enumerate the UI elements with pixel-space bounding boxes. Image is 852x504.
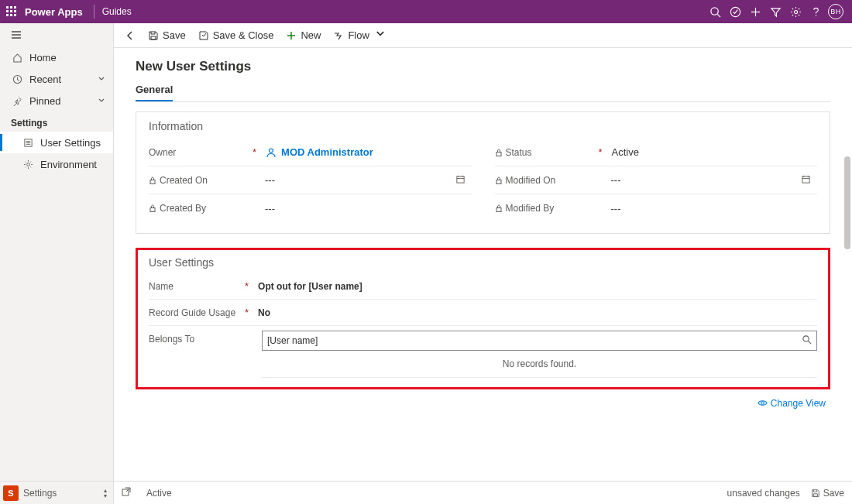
save-label: Save xyxy=(823,488,844,499)
lock-icon xyxy=(149,204,156,212)
search-icon[interactable] xyxy=(705,0,725,23)
area-label[interactable]: Guides xyxy=(102,6,132,17)
belongs-to-lookup[interactable]: [User name] xyxy=(262,331,817,351)
svg-rect-28 xyxy=(150,180,155,183)
scrollbar-thumb[interactable] xyxy=(844,156,850,249)
tab-bar: General xyxy=(136,81,830,102)
settings-gear-icon[interactable] xyxy=(785,0,806,23)
svg-rect-8 xyxy=(14,14,16,16)
svg-rect-2 xyxy=(14,6,16,9)
eye-icon xyxy=(758,398,768,408)
record-status: Active xyxy=(146,488,172,499)
hamburger-icon[interactable] xyxy=(0,23,113,46)
nav-label: Home xyxy=(29,52,57,63)
tab-general[interactable]: General xyxy=(136,81,173,101)
footer-save-button[interactable]: Save xyxy=(811,488,844,499)
sidebar: Home Recent Pinned Settings User Setting… xyxy=(0,23,114,481)
svg-rect-4 xyxy=(10,10,12,12)
field-record-guide-usage[interactable]: Record Guide Usage * No xyxy=(149,300,817,326)
status-bar: S Settings ▴▾ Active unsaved changes Sav… xyxy=(0,481,852,504)
nav-environment[interactable]: Environment xyxy=(0,153,113,175)
required-indicator: * xyxy=(253,146,256,158)
svg-point-24 xyxy=(26,163,29,166)
section-title: Information xyxy=(149,120,817,132)
brand-label: Power Apps xyxy=(25,6,83,18)
user-avatar[interactable]: BH xyxy=(826,0,846,23)
back-button[interactable] xyxy=(119,30,142,41)
nav-user-settings[interactable]: User Settings xyxy=(0,132,113,153)
svg-rect-40 xyxy=(496,208,501,212)
popout-icon[interactable] xyxy=(122,487,131,499)
svg-rect-3 xyxy=(6,10,9,12)
user-settings-section: User Settings Name * Opt out for [User n… xyxy=(136,248,830,389)
field-name[interactable]: Name * Opt out for [User name] xyxy=(149,273,817,300)
chevron-down-icon xyxy=(375,29,386,42)
nav-label: User Settings xyxy=(40,137,101,149)
new-button[interactable]: New xyxy=(280,23,327,47)
svg-rect-7 xyxy=(10,14,12,16)
field-status[interactable]: Status * Active xyxy=(495,139,818,166)
person-icon xyxy=(266,147,277,158)
nav-pinned[interactable]: Pinned xyxy=(0,90,113,111)
gear-icon xyxy=(22,159,34,170)
svg-rect-35 xyxy=(496,180,501,183)
field-created-by[interactable]: Created By --- xyxy=(149,194,472,222)
home-icon xyxy=(11,53,23,63)
field-label: Created By xyxy=(160,203,206,214)
cmd-label: Flow xyxy=(348,29,369,41)
field-label: Created On xyxy=(160,175,208,186)
svg-point-41 xyxy=(803,336,809,341)
field-owner[interactable]: Owner * MOD Administrator xyxy=(149,139,472,166)
flow-button[interactable]: Flow xyxy=(327,23,391,47)
command-bar: Save Save & Close New Flow xyxy=(114,23,852,48)
field-value: Opt out for [User name] xyxy=(258,281,362,292)
svg-rect-36 xyxy=(802,176,809,182)
svg-rect-1 xyxy=(10,6,12,9)
nav-label: Environment xyxy=(40,159,97,170)
search-icon[interactable] xyxy=(802,334,812,347)
field-label: Modified On xyxy=(506,175,556,186)
plus-icon xyxy=(286,30,297,41)
save-close-button[interactable]: Save & Close xyxy=(192,23,280,47)
lookup-value: [User name] xyxy=(267,335,318,346)
save-close-icon xyxy=(198,30,209,41)
chevron-down-icon xyxy=(98,95,105,107)
nav-recent[interactable]: Recent xyxy=(0,68,113,90)
help-icon[interactable] xyxy=(806,0,826,23)
field-label: Record Guide Usage xyxy=(149,307,235,318)
app-launcher-icon[interactable] xyxy=(6,6,17,17)
field-modified-by[interactable]: Modified By --- xyxy=(495,194,818,222)
section-title: User Settings xyxy=(149,256,817,269)
change-view-link[interactable]: Change View xyxy=(758,398,826,409)
svg-rect-34 xyxy=(496,152,501,156)
task-icon[interactable] xyxy=(725,0,745,23)
field-belongs-to: Belongs To [User name] No records found. xyxy=(149,326,817,378)
field-label: Modified By xyxy=(506,203,555,214)
information-section: Information Owner * MOD Administrator xyxy=(136,111,830,234)
field-created-on[interactable]: Created On --- xyxy=(149,166,472,194)
form-content: New User Settings General Information Ow… xyxy=(114,48,852,481)
area-label: Settings xyxy=(23,488,57,499)
filter-icon[interactable] xyxy=(765,0,785,23)
field-value: --- xyxy=(265,203,275,214)
unsaved-indicator: unsaved changes xyxy=(727,488,800,499)
svg-rect-5 xyxy=(14,10,16,12)
svg-rect-6 xyxy=(6,14,9,16)
svg-rect-33 xyxy=(150,208,155,212)
calendar-icon[interactable] xyxy=(455,174,466,187)
calendar-icon[interactable] xyxy=(801,174,811,187)
field-modified-on[interactable]: Modified On --- xyxy=(495,166,818,194)
save-icon xyxy=(148,30,159,41)
save-button[interactable]: Save xyxy=(142,23,192,47)
svg-point-14 xyxy=(794,10,797,13)
field-value: --- xyxy=(611,174,621,186)
updown-icon[interactable]: ▴▾ xyxy=(104,488,107,499)
area-switcher[interactable]: S Settings ▴▾ xyxy=(0,482,114,504)
nav-home[interactable]: Home xyxy=(0,46,113,68)
required-indicator: * xyxy=(245,280,249,292)
add-icon[interactable] xyxy=(745,0,765,23)
svg-rect-29 xyxy=(456,176,463,182)
main-area: Save Save & Close New Flow New User Sett… xyxy=(114,23,852,481)
link-label: Change View xyxy=(771,398,826,409)
svg-point-15 xyxy=(815,15,816,16)
